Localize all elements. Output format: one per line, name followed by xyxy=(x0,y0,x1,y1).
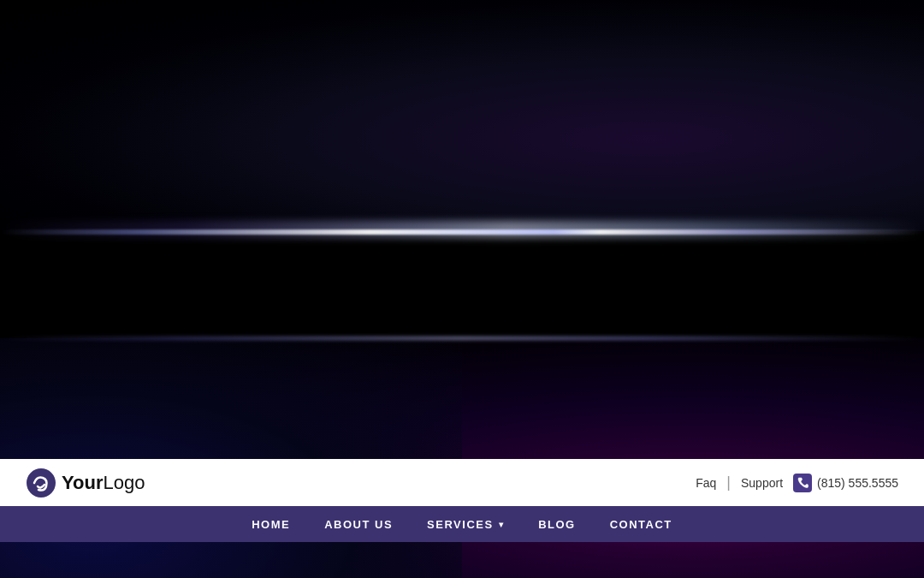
logo: YourLogo xyxy=(26,468,145,498)
logo-text: YourLogo xyxy=(62,472,145,494)
phone-area: (815) 555.5555 xyxy=(793,474,898,492)
logo-icon xyxy=(26,468,56,498)
faq-link[interactable]: Faq xyxy=(696,476,716,490)
phone-number: (815) 555.5555 xyxy=(817,476,898,490)
logo-light: Logo xyxy=(103,472,145,493)
header-right: Faq | Support (815) 555.5555 xyxy=(696,474,898,492)
navbar: HOME ABOUT US SERVICES ▾ BLOG CONTACT xyxy=(0,506,924,542)
nav-services[interactable]: SERVICES ▾ xyxy=(427,518,504,531)
header-divider: | xyxy=(726,474,731,492)
page: YourLogo Faq | Support (815) 555.5555 HO… xyxy=(0,0,924,578)
support-link[interactable]: Support xyxy=(741,476,783,490)
top-spacer xyxy=(0,0,924,229)
nav-about-us[interactable]: ABOUT US xyxy=(324,518,393,531)
nav-home[interactable]: HOME xyxy=(252,518,290,531)
nav-contact[interactable]: CONTACT xyxy=(610,518,672,531)
bottom-spacer xyxy=(0,542,924,578)
services-dropdown-icon: ▾ xyxy=(499,520,505,529)
phone-icon xyxy=(793,474,812,492)
svg-point-0 xyxy=(27,468,56,498)
logo-bold: Your xyxy=(62,472,103,493)
nav-blog[interactable]: BLOG xyxy=(538,518,576,531)
site-header: YourLogo Faq | Support (815) 555.5555 xyxy=(0,459,924,506)
